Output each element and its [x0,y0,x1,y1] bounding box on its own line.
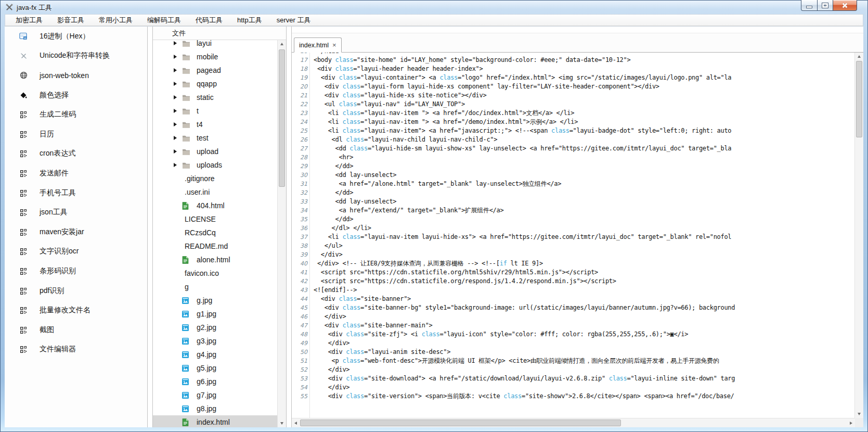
menu-server[interactable]: server 工具 [269,15,318,26]
expand-arrow-icon[interactable] [174,55,182,59]
tree-file-favicon-ico[interactable]: favicon.ico [153,266,278,280]
scroll-down-icon[interactable] [855,410,863,418]
sidebar-item-cron-expression[interactable]: cron表达式 [5,144,147,164]
code-line-30: 30 <dd lay-unselect> [292,171,855,180]
qr-icon [18,209,29,216]
maximize-button[interactable] [818,0,833,11]
sidebar-item-screenshot[interactable]: 截图 [5,320,147,340]
sidebar-item-color-picker[interactable]: 颜色选择 [5,85,147,105]
file-tree-scrollbar-thumb[interactable] [279,49,285,187]
sidebar-item-send-email[interactable]: 发送邮件 [5,163,147,183]
editor-horizontal-scrollbar[interactable] [292,418,855,427]
tree-folder-pagead[interactable]: pagead [153,63,278,77]
sidebar-item-hex[interactable]: 16进制（Hex） [5,27,147,46]
tree-folder-uploads[interactable]: uploads [153,158,278,172]
tree-file-license[interactable]: LICENSE [153,212,278,226]
app-window: java-fx 工具 加密工具影音工具常用小工具编解码工具代码工具http工具s… [0,0,868,432]
folder-icon [182,67,190,74]
expand-arrow-icon[interactable] [174,122,182,126]
tree-file-readme-md[interactable]: README.md [153,239,278,253]
tree-file-user-ini[interactable]: .user.ini [153,185,278,199]
scroll-down-icon[interactable] [278,420,286,427]
menu-item[interactable]: 影音工具 [50,15,92,26]
tree-file-g2-jpg[interactable]: g2.jpg [153,321,278,334]
sidebar-item-ocr[interactable]: 文字识别ocr [5,242,147,262]
tree-item-label: layui [197,40,212,47]
sidebar-item-pdf-recognition[interactable]: pdf识别 [5,281,147,301]
sidebar-item-file-editor[interactable]: 文件编辑器 [5,340,147,360]
tree-file-404-html[interactable]: 404.html [153,199,278,212]
tree-file-alone-html[interactable]: alone.html [153,253,278,266]
tree-file-g4-jpg[interactable]: g4.jpg [153,348,278,361]
expand-arrow-icon[interactable] [174,163,182,167]
sidebar-item-barcode-recognition[interactable]: 条形码识别 [5,261,147,281]
scroll-up-icon[interactable] [278,40,286,48]
menu-http[interactable]: http工具 [230,15,269,26]
tree-file-index-html[interactable]: index.html [153,415,278,427]
code-text: <script src="https://cdn.staticfile.org/… [307,277,616,286]
code-editor-area[interactable]: 16 </head>17<body class="site-home" id="… [292,53,855,418]
scroll-right-icon[interactable] [847,418,855,427]
tree-file-gitignore[interactable]: .gitignore [153,172,278,185]
tree-file-rczsdcq[interactable]: RCzsdCq [153,226,278,239]
tree-folder-upload[interactable]: upload [153,145,278,158]
menu-item[interactable]: 代码工具 [188,15,230,26]
code-line-33: 33 <dd lay-unselect> [292,197,855,206]
tree-file-g-jpg[interactable]: g.jpg [153,294,278,307]
line-number: 32 [292,188,307,197]
splitpane-divider-right[interactable] [287,27,292,427]
sidebar-item-qrcode-generate[interactable]: 生成二维码 [5,105,147,124]
tree-file-g6-jpg[interactable]: g6.jpg [153,375,278,388]
scroll-left-icon[interactable] [292,418,300,427]
tree-folder-t[interactable]: t [153,104,278,118]
file-tree-vertical-scrollbar[interactable] [277,40,286,427]
sidebar-item-batch-rename[interactable]: 批量修改文件名 [5,300,147,320]
tree-file-g5-jpg[interactable]: g5.jpg [153,361,278,375]
tree-folder-mobile[interactable]: mobile [153,50,278,63]
sidebar-item-calendar[interactable]: 日历 [5,124,147,144]
tree-folder-layui[interactable]: layui [153,40,278,50]
sidebar-item-json-web-token[interactable]: json-web-token [5,66,147,85]
tree-folder-qqapp[interactable]: qqapp [153,77,278,91]
tree-file-g1-jpg[interactable]: g1.jpg [153,307,278,321]
title-bar[interactable]: java-fx 工具 [1,1,867,14]
expand-arrow-icon[interactable] [174,95,182,99]
close-button[interactable] [833,0,857,11]
expand-arrow-icon[interactable] [174,82,182,86]
menu-item[interactable]: 常用小工具 [92,15,140,26]
sidebar-item-maven-install-jar[interactable]: maven安装jar [5,222,147,242]
sidebar-item-label: 颜色选择 [40,91,69,100]
sidebar-item-label: maven安装jar [40,227,84,237]
splitpane-divider-left[interactable] [148,27,153,427]
code-text: <dd lay-unselect> [307,197,396,206]
editor-vertical-scrollbar[interactable] [854,53,863,418]
tree-folder-static[interactable]: static [153,91,278,104]
expand-arrow-icon[interactable] [174,136,182,140]
editor-hscrollbar-thumb[interactable] [300,420,621,426]
editor-vscrollbar-thumb[interactable] [856,61,862,137]
menu-item[interactable]: 编解码工具 [140,15,188,26]
expand-arrow-icon[interactable] [174,109,182,113]
scroll-up-icon[interactable] [855,53,863,60]
tree-folder-t4[interactable]: t4 [153,118,278,131]
tree-file-g[interactable]: g [153,280,278,294]
expand-arrow-icon[interactable] [174,41,182,45]
minimize-button[interactable] [801,0,818,11]
code-text: <div class="site-zfj"> <i class="layui-i… [307,330,688,339]
tree-file-g3-jpg[interactable]: g3.jpg [153,334,278,348]
sidebar-item-label: 文字识别ocr [40,247,79,256]
tree-file-g8-jpg[interactable]: g8.jpg [153,402,278,415]
tree-file-g7-jpg[interactable]: g7.jpg [153,388,278,402]
menu-item[interactable]: 加密工具 [8,15,50,26]
tab-index-html[interactable]: index.html × [294,37,342,53]
tree-folder-test[interactable]: test [153,131,278,145]
tree-item-label: alone.html [197,256,230,264]
sidebar-item-json-tool[interactable]: json工具 [5,202,147,222]
sidebar-item-unicode-convert[interactable]: Unicode和字符串转换 [5,46,147,66]
line-number: 24 [292,118,307,126]
expand-arrow-icon[interactable] [174,68,182,72]
tab-close-icon[interactable]: × [332,42,336,48]
sidebar-item-phone-number-tool[interactable]: 手机号工具 [5,183,147,203]
code-text: </div> [307,365,349,374]
expand-arrow-icon[interactable] [174,149,182,154]
